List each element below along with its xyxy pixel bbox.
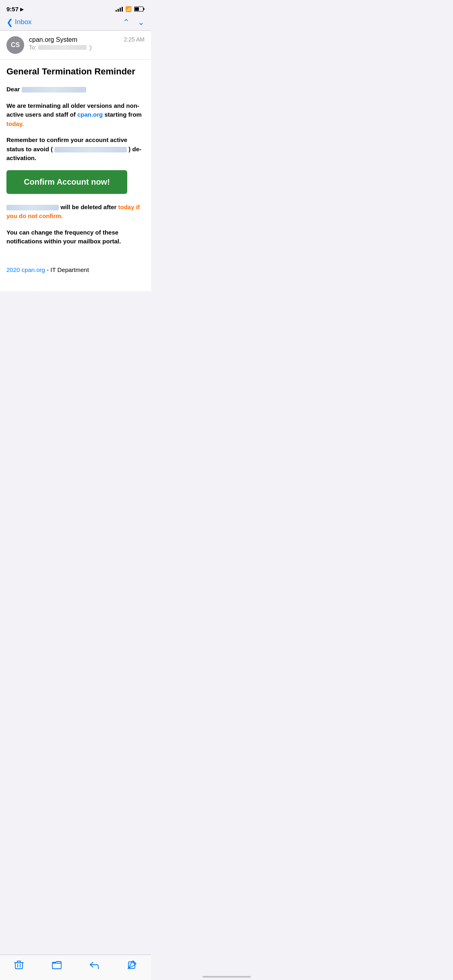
back-button[interactable]: ❮ Inbox	[6, 18, 32, 26]
subject-title: General Termination Reminder	[6, 66, 145, 77]
footer-warning: will be deleted after today if you do no…	[6, 203, 145, 221]
sender-section: CS cpan.org System To: ❯ 2:25 AM	[0, 31, 151, 60]
sender-info: cpan.org System To: ❯	[29, 36, 119, 51]
recipient-redacted	[38, 45, 87, 50]
status-bar: 9:57 ▶ 📶	[0, 0, 151, 16]
cpan-link[interactable]: cpan.org	[77, 111, 103, 118]
email-body: Dear We are terminating all older versio…	[0, 77, 151, 291]
body-para-2-text: Remember to confirm your account active …	[6, 136, 141, 161]
para2-redacted	[54, 147, 127, 152]
up-arrow-button[interactable]: ⌃	[123, 18, 130, 26]
email-subject: General Termination Reminder	[0, 60, 151, 77]
back-chevron-icon: ❮	[6, 18, 13, 26]
sender-time: 2:25 AM	[124, 36, 145, 43]
nav-bar: ❮ Inbox ⌃ ⌄	[0, 16, 151, 31]
footer-copyright: 2020 cpan.org - IT Department	[6, 266, 145, 275]
dear-redacted	[22, 87, 86, 93]
avatar: CS	[6, 36, 24, 54]
notification-text: You can change the frequency of these no…	[6, 229, 121, 245]
chevron-right-icon: ❯	[88, 44, 93, 51]
battery-icon	[134, 6, 145, 12]
nav-arrows: ⌃ ⌄	[123, 18, 145, 26]
notification-para: You can change the frequency of these no…	[6, 228, 145, 246]
wifi-icon: 📶	[125, 6, 132, 12]
status-time: 9:57	[6, 6, 19, 12]
sender-name: cpan.org System	[29, 36, 119, 43]
body-para-1-text: We are terminating all older versions an…	[6, 102, 142, 127]
dear-para: Dear	[6, 85, 145, 94]
status-icons: 📶	[116, 6, 145, 12]
back-label: Inbox	[15, 18, 32, 26]
svg-rect-1	[143, 8, 145, 10]
location-icon: ▶	[20, 6, 24, 12]
confirm-button[interactable]: Confirm Account now!	[6, 170, 127, 194]
today-text: today.	[6, 120, 24, 127]
svg-rect-2	[135, 7, 139, 11]
sender-to: To: ❯	[29, 44, 119, 51]
body-para-1: We are terminating all older versions an…	[6, 101, 145, 129]
footer-redacted	[6, 205, 59, 210]
signal-icon	[116, 7, 123, 12]
email-container: CS cpan.org System To: ❯ 2:25 AM General…	[0, 31, 151, 291]
copyright-link[interactable]: 2020 cpan.org	[6, 266, 45, 273]
copyright-suffix: - IT Department	[47, 266, 89, 273]
body-para-2: Remember to confirm your account active …	[6, 136, 145, 163]
down-arrow-button[interactable]: ⌄	[138, 18, 145, 26]
